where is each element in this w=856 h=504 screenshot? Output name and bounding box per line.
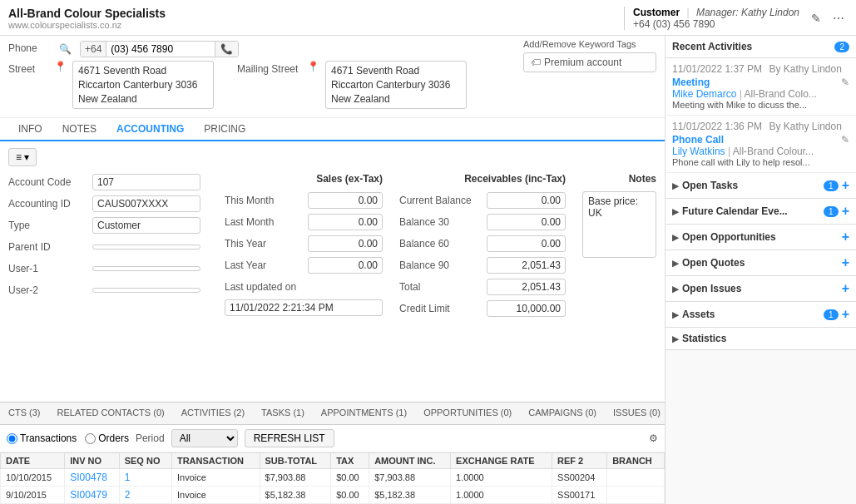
bottom-tab-opportunities[interactable]: OPPORTUNITIES (0): [415, 403, 520, 424]
right-section-header-6[interactable]: ▶Statistics: [666, 328, 856, 349]
activity-2-person[interactable]: Lily Watkins: [672, 146, 725, 157]
edit-button[interactable]: ✎: [808, 10, 824, 27]
tags-box[interactable]: 🏷 Premium account: [523, 52, 656, 72]
right-section-header-3[interactable]: ▶Open Quotes+: [666, 250, 856, 275]
balance-30-value[interactable]: 0.00: [487, 214, 566, 230]
add-section-button[interactable]: +: [842, 204, 849, 219]
phone-call-icon[interactable]: 📞: [215, 42, 238, 57]
activity-2-meta: 11/01/2022 1:36 PM By Kathy Lindon: [672, 121, 849, 132]
accounting-content: ≡ ▾ Account Code 107 Accounting ID CAUS0…: [0, 141, 665, 402]
this-month-value[interactable]: 0.00: [308, 192, 383, 209]
add-section-button[interactable]: +: [842, 307, 849, 322]
phone-input[interactable]: [106, 42, 215, 57]
activity-1-org[interactable]: All-Brand Colo...: [745, 88, 817, 100]
this-year-value[interactable]: 0.00: [308, 235, 383, 252]
type-value[interactable]: Customer: [92, 217, 200, 234]
bottom-tab-activities[interactable]: ACTIVITIES (2): [173, 403, 253, 424]
activity-1-edit-icon[interactable]: ✎: [841, 77, 849, 88]
accounting-id-value[interactable]: CAUS007XXXX: [92, 195, 200, 212]
right-section-header-5[interactable]: ▶Assets1+: [666, 302, 856, 327]
inv-link[interactable]: SI00478: [70, 472, 107, 483]
right-section-1: ▶Future Calendar Eve...1+: [666, 199, 856, 225]
user1-value[interactable]: [92, 266, 200, 271]
activity-2-by: By Kathy Lindon: [769, 121, 841, 132]
balance-90-value[interactable]: 2,051.43: [487, 257, 566, 274]
street-line1: 4671 Seventh Road: [78, 64, 208, 78]
street-location-icon[interactable]: 📍: [54, 61, 67, 72]
right-section-0: ▶Open Tasks1+: [666, 173, 856, 199]
right-panel: Recent Activities 2 11/01/2022 1:37 PM B…: [665, 36, 856, 504]
type-row: Type Customer: [8, 216, 208, 235]
tab-notes[interactable]: NOTES: [52, 118, 106, 141]
notes-header: Notes: [582, 173, 656, 185]
col-tax: TAX: [331, 453, 369, 469]
sales-header: Sales (ex-Tax): [225, 173, 383, 185]
manager-name: Kathy Lindon: [741, 7, 799, 18]
add-section-button[interactable]: +: [842, 255, 849, 270]
mailing-location-icon[interactable]: 📍: [307, 61, 319, 72]
period-select[interactable]: All: [171, 429, 238, 447]
right-section-header-2[interactable]: ▶Open Opportunities+: [666, 225, 856, 250]
add-section-button[interactable]: +: [842, 230, 849, 245]
more-options-button[interactable]: ⋯: [829, 10, 848, 27]
last-year-value[interactable]: 0.00: [308, 257, 383, 274]
tab-info[interactable]: INFO: [8, 118, 52, 141]
inv-link[interactable]: SI00479: [70, 489, 107, 501]
header-phone: +64 (03) 456 7890: [633, 18, 799, 30]
total-value[interactable]: 2,051.43: [487, 279, 566, 295]
right-section-header-1[interactable]: ▶Future Calendar Eve...1+: [666, 199, 856, 224]
notes-box[interactable]: Base price: UK: [582, 191, 656, 258]
orders-radio[interactable]: Orders: [85, 432, 129, 444]
transactions-table: DATE INV NO SEQ NO TRANSACTION SUB-TOTAL…: [0, 452, 665, 504]
right-section-header-0[interactable]: ▶Open Tasks1+: [666, 173, 856, 198]
account-code-value[interactable]: 107: [92, 174, 200, 190]
col-exchange: EXCHANGE RATE: [451, 453, 552, 469]
bottom-tab-cts[interactable]: CTS (3): [0, 403, 49, 424]
sort-button[interactable]: ≡ ▾: [8, 148, 37, 166]
user1-row: User-1: [8, 259, 208, 278]
activity-2-type[interactable]: Phone Call: [672, 134, 724, 146]
right-section-title-4: ▶Open Issues: [672, 283, 741, 294]
parent-id-value[interactable]: [92, 245, 200, 250]
activity-2-desc: Phone call with Lily to help resol...: [672, 157, 849, 167]
activity-2-edit-icon[interactable]: ✎: [841, 134, 849, 146]
col-transaction: TRANSACTION: [171, 453, 260, 469]
add-section-button[interactable]: +: [842, 281, 849, 296]
header-actions: ✎ ⋯: [808, 7, 848, 27]
credit-limit-row: Credit Limit 10,000.00: [399, 299, 566, 318]
right-section-title-6: ▶Statistics: [672, 333, 726, 344]
header: All-Brand Colour Specialists www.colours…: [0, 0, 856, 36]
tab-accounting[interactable]: ACCOUNTING: [106, 118, 194, 141]
bottom-tab-issues[interactable]: ISSUES (0): [605, 403, 665, 424]
activity-1-person[interactable]: Mike Demarco: [672, 88, 736, 100]
seq-link[interactable]: 1: [125, 472, 131, 483]
transactions-body: 10/10/2015SI004781Invoice$7,903.88$0.00$…: [1, 469, 665, 504]
current-balance-value[interactable]: 0.00: [487, 192, 566, 209]
add-section-button[interactable]: +: [842, 178, 849, 193]
tags-header[interactable]: Add/Remove Keyword Tags: [523, 39, 656, 49]
bottom-tab-tasks[interactable]: TASKS (1): [253, 403, 313, 424]
balance-60-value[interactable]: 0.00: [487, 235, 566, 252]
activity-1-datetime: 11/01/2022 1:37 PM: [672, 63, 762, 75]
user2-value[interactable]: [92, 288, 200, 293]
phone-search-icon[interactable]: 🔍: [54, 42, 77, 57]
main-container: Phone 🔍 +64 📞 Street 📍 4671 Seventh Roa: [0, 36, 856, 504]
right-section-header-4[interactable]: ▶Open Issues+: [666, 276, 856, 301]
this-month-row: This Month 0.00: [225, 191, 383, 210]
settings-icon[interactable]: ⚙: [649, 432, 658, 444]
activity-2-org[interactable]: All-Brand Colour...: [733, 146, 814, 157]
orders-radio-label: Orders: [98, 432, 129, 444]
last-month-value[interactable]: 0.00: [308, 214, 383, 230]
bottom-tab-campaigns[interactable]: CAMPAIGNS (0): [520, 403, 605, 424]
col-amount: AMOUNT INC.: [369, 453, 451, 469]
credit-limit-value[interactable]: 10,000.00: [487, 300, 566, 317]
transactions-radio[interactable]: Transactions: [7, 432, 77, 444]
bottom-tab-appointments[interactable]: APPOINTMENTS (1): [313, 403, 415, 424]
seq-link[interactable]: 2: [125, 489, 131, 501]
col-branch: BRANCH: [607, 453, 665, 469]
activity-1-type[interactable]: Meeting: [672, 77, 710, 88]
right-section-title-0: ▶Open Tasks: [672, 180, 738, 191]
refresh-button[interactable]: REFRESH LIST: [245, 429, 334, 447]
tab-pricing[interactable]: PRICING: [194, 118, 255, 141]
bottom-tab-related[interactable]: RELATED CONTACTS (0): [49, 403, 173, 424]
